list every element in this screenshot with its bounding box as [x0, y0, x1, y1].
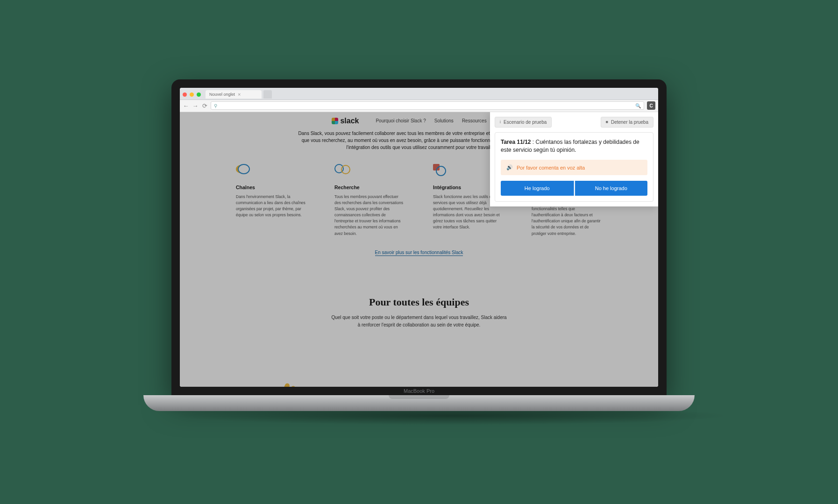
new-tab-button[interactable] — [263, 90, 272, 99]
task-text: Tarea 11/12 : Cuéntanos las fortalezas y… — [501, 138, 647, 155]
address-bar[interactable]: ⚲ 🔍 — [211, 101, 644, 110]
chat-icon — [236, 164, 250, 175]
teams-heading: Pour toutes les équipes — [199, 296, 639, 308]
feature-body: Tous les membres pouvant effectuer des r… — [334, 194, 405, 237]
url-search-icon: 🔍 — [635, 103, 641, 108]
brand-name: slack — [340, 117, 359, 125]
scenario-label: Escenario de prueba — [504, 120, 547, 125]
scenario-button[interactable]: i Escenario de prueba — [495, 117, 552, 128]
close-tab-icon[interactable]: × — [238, 92, 241, 97]
comment-aloud-banner: 🔊 Por favor comenta en voz alta — [501, 160, 647, 175]
laptop-base — [143, 395, 695, 411]
extension-button[interactable]: C — [647, 101, 655, 110]
feature-channels: Chaînes Dans l'environnement Slack, la c… — [236, 164, 306, 237]
fail-button[interactable]: No he logrado — [575, 181, 648, 196]
task-number: Tarea 11/12 — [501, 139, 531, 145]
reload-button[interactable]: ⟳ — [201, 102, 208, 109]
search-icon: ⚲ — [214, 103, 217, 108]
task-card: Tarea 11/12 : Cuéntanos las fortalezas y… — [495, 132, 653, 202]
decorative-shapes — [283, 383, 302, 387]
teams-section: Pour toutes les équipes Quel que soit vo… — [180, 268, 658, 329]
nav-solutions[interactable]: Solutions — [434, 118, 454, 123]
back-button[interactable]: ← — [183, 102, 189, 109]
nav-why[interactable]: Pourquoi choisir Slack ? — [376, 118, 426, 123]
magnifier-icon — [334, 164, 350, 174]
close-window-icon[interactable] — [183, 92, 187, 97]
slack-mark-icon — [332, 118, 338, 124]
stop-icon: ■ — [606, 120, 608, 124]
tab-title: Nouvel onglet — [209, 92, 235, 97]
feature-search: Recherche Tous les membres pouvant effec… — [334, 164, 405, 237]
stop-test-button[interactable]: ■ Detener la prueba — [601, 117, 654, 128]
window-controls — [183, 92, 201, 97]
browser-tab[interactable]: Nouvel onglet × — [206, 90, 262, 99]
feature-body: Dans l'environnement Slack, la communica… — [236, 194, 306, 219]
test-panel: i Escenario de prueba ■ Detener la prueb… — [490, 112, 658, 207]
laptop-label: MacBook Pro — [180, 387, 658, 395]
learn-more-link[interactable]: En savoir plus sur les fonctionnalités S… — [375, 250, 463, 256]
slack-logo[interactable]: slack — [332, 117, 359, 125]
stop-label: Detener la prueba — [611, 120, 648, 125]
nav-resources[interactable]: Ressources — [462, 118, 487, 123]
comment-aloud-text: Por favor comenta en voz alta — [517, 165, 585, 170]
minimize-window-icon[interactable] — [190, 92, 194, 97]
maximize-window-icon[interactable] — [197, 92, 201, 97]
feature-title: Recherche — [334, 185, 405, 190]
browser-tab-strip: Nouvel onglet × — [180, 88, 658, 100]
browser-toolbar: ← → ⟳ ⚲ 🔍 C — [180, 100, 658, 112]
feature-title: Chaînes — [236, 185, 306, 190]
forward-button[interactable]: → — [192, 102, 199, 109]
speaker-icon: 🔊 — [506, 164, 513, 170]
success-button[interactable]: He logrado — [501, 181, 574, 196]
teams-sub: Quel que soit votre poste ou le départem… — [330, 314, 508, 329]
gear-icon — [433, 164, 446, 176]
info-icon: i — [500, 120, 501, 124]
